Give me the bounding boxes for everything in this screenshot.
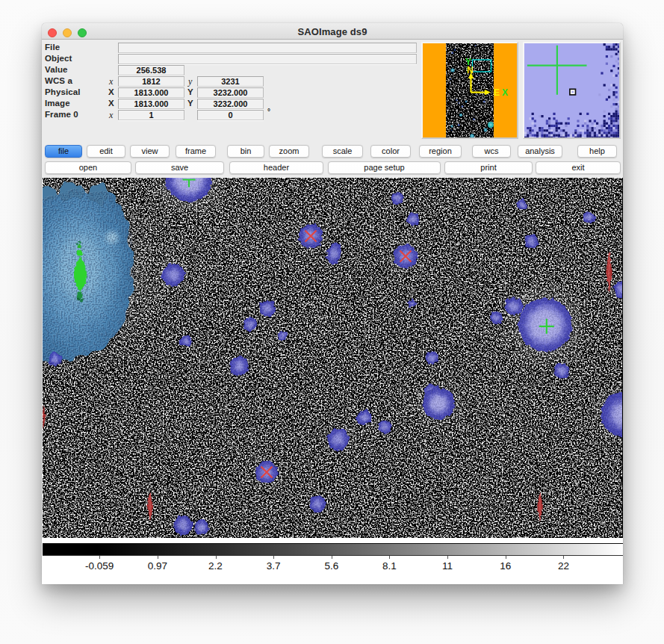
svg-text:E: E (494, 87, 500, 98)
svg-text:Y: Y (465, 57, 471, 67)
svg-text:X: X (502, 87, 508, 98)
